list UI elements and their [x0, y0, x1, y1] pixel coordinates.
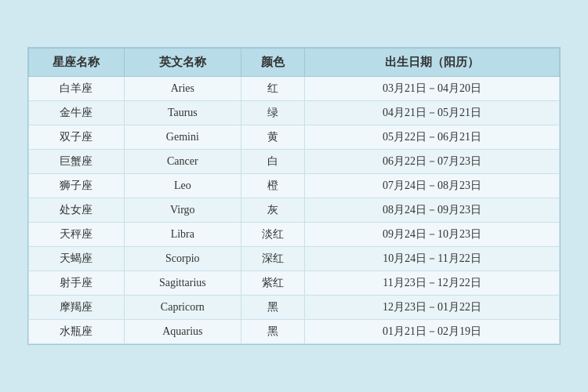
table-row: 狮子座Leo橙07月24日－08月23日: [29, 174, 560, 198]
cell-en: Capricorn: [124, 296, 241, 320]
cell-en: Aquarius: [124, 320, 241, 344]
cell-date: 01月21日－02月19日: [305, 320, 560, 344]
cell-color: 紫红: [241, 271, 304, 296]
cell-date: 05月22日－06月21日: [305, 125, 560, 150]
table-row: 天蝎座Scorpio深红10月24日－11月22日: [29, 247, 560, 271]
cell-color: 灰: [241, 198, 304, 223]
cell-date: 10月24日－11月22日: [305, 247, 560, 271]
header-date: 出生日期（阳历）: [305, 49, 560, 77]
cell-date: 07月24日－08月23日: [305, 174, 560, 198]
cell-date: 04月21日－05月21日: [305, 101, 560, 125]
cell-date: 09月24日－10月23日: [305, 223, 560, 247]
header-color: 颜色: [241, 49, 304, 77]
table-row: 水瓶座Aquarius黑01月21日－02月19日: [29, 320, 560, 344]
table-row: 巨蟹座Cancer白06月22日－07月23日: [29, 150, 560, 174]
table-row: 双子座Gemini黄05月22日－06月21日: [29, 125, 560, 150]
cell-en: Aries: [124, 77, 241, 101]
cell-en: Virgo: [124, 198, 241, 223]
table-row: 摩羯座Capricorn黑12月23日－01月22日: [29, 296, 560, 320]
cell-en: Taurus: [124, 101, 241, 125]
header-en: 英文名称: [124, 49, 241, 77]
table-row: 天秤座Libra淡红09月24日－10月23日: [29, 223, 560, 247]
cell-date: 03月21日－04月20日: [305, 77, 560, 101]
cell-zh: 处女座: [29, 198, 125, 223]
cell-date: 06月22日－07月23日: [305, 150, 560, 174]
cell-color: 绿: [241, 101, 304, 125]
cell-color: 黄: [241, 125, 304, 150]
cell-zh: 双子座: [29, 125, 125, 150]
zodiac-table: 星座名称 英文名称 颜色 出生日期（阳历） 白羊座Aries红03月21日－04…: [28, 48, 560, 344]
table-row: 金牛座Taurus绿04月21日－05月21日: [29, 101, 560, 125]
table-row: 白羊座Aries红03月21日－04月20日: [29, 77, 560, 101]
cell-en: Scorpio: [124, 247, 241, 271]
table-header-row: 星座名称 英文名称 颜色 出生日期（阳历）: [29, 49, 560, 77]
cell-en: Sagittarius: [124, 271, 241, 296]
table-row: 处女座Virgo灰08月24日－09月23日: [29, 198, 560, 223]
cell-color: 橙: [241, 174, 304, 198]
cell-zh: 射手座: [29, 271, 125, 296]
cell-zh: 金牛座: [29, 101, 125, 125]
cell-color: 黑: [241, 320, 304, 344]
cell-color: 淡红: [241, 223, 304, 247]
cell-zh: 天蝎座: [29, 247, 125, 271]
cell-zh: 摩羯座: [29, 296, 125, 320]
zodiac-table-container: 星座名称 英文名称 颜色 出生日期（阳历） 白羊座Aries红03月21日－04…: [27, 47, 561, 345]
cell-zh: 白羊座: [29, 77, 125, 101]
cell-color: 红: [241, 77, 304, 101]
cell-zh: 巨蟹座: [29, 150, 125, 174]
header-zh: 星座名称: [29, 49, 125, 77]
cell-en: Cancer: [124, 150, 241, 174]
table-row: 射手座Sagittarius紫红11月23日－12月22日: [29, 271, 560, 296]
cell-zh: 狮子座: [29, 174, 125, 198]
cell-date: 12月23日－01月22日: [305, 296, 560, 320]
cell-en: Leo: [124, 174, 241, 198]
cell-en: Libra: [124, 223, 241, 247]
cell-zh: 天秤座: [29, 223, 125, 247]
cell-color: 白: [241, 150, 304, 174]
cell-date: 08月24日－09月23日: [305, 198, 560, 223]
cell-zh: 水瓶座: [29, 320, 125, 344]
cell-color: 黑: [241, 296, 304, 320]
table-body: 白羊座Aries红03月21日－04月20日金牛座Taurus绿04月21日－0…: [29, 77, 560, 344]
cell-color: 深红: [241, 247, 304, 271]
cell-date: 11月23日－12月22日: [305, 271, 560, 296]
cell-en: Gemini: [124, 125, 241, 150]
